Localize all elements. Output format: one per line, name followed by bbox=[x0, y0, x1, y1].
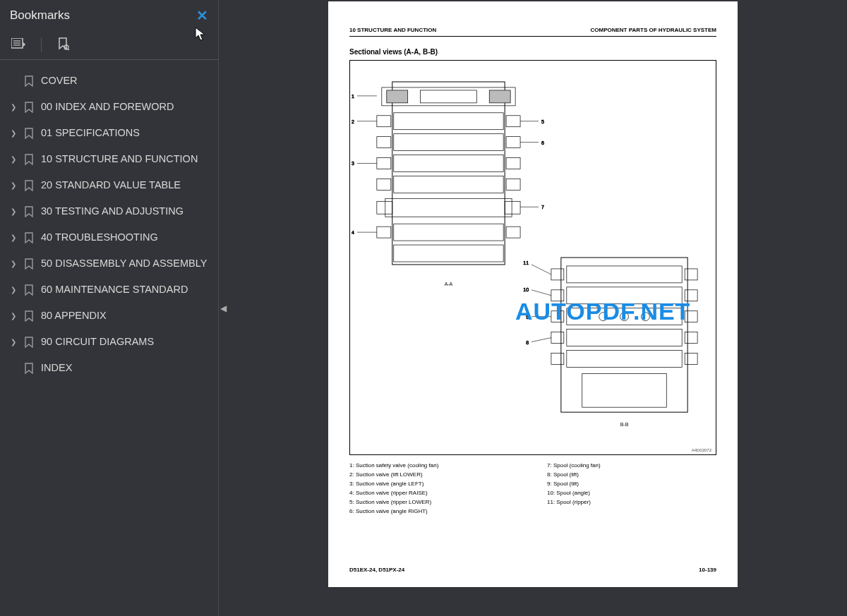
bookmarks-sidebar: Bookmarks ✕ ❯COVER❯00 INDEX AND FOREWORD… bbox=[0, 0, 219, 616]
chevron-right-icon[interactable]: ❯ bbox=[8, 100, 18, 111]
bookmark-item[interactable]: ❯80 APPENDIX bbox=[6, 303, 212, 330]
legend-entry: 2: Suction valve (lift LOWER) bbox=[349, 470, 519, 479]
bookmark-ribbon-icon bbox=[24, 231, 35, 246]
legend-entry: 1: Suction safety valve (cooling fan) bbox=[349, 461, 519, 470]
legend-entry: 3: Suction valve (angle LEFT) bbox=[349, 479, 519, 488]
page-header: 10 STRUCTURE AND FUNCTION COMPONENT PART… bbox=[349, 27, 716, 37]
bookmark-item[interactable]: ❯50 DISASSEMBLY AND ASSEMBLY bbox=[6, 251, 212, 277]
svg-rect-44 bbox=[551, 269, 564, 280]
close-icon[interactable]: ✕ bbox=[196, 7, 208, 24]
svg-rect-23 bbox=[506, 158, 520, 169]
bookmark-label: 30 TESTING AND ADJUSTING bbox=[41, 205, 210, 218]
view-a-a: 1 2 3 4 5 6 7 A-A bbox=[352, 82, 544, 286]
svg-rect-17 bbox=[394, 245, 503, 262]
svg-rect-21 bbox=[506, 137, 520, 148]
pdf-page: 10 STRUCTURE AND FUNCTION COMPONENT PART… bbox=[328, 1, 738, 587]
svg-rect-28 bbox=[377, 227, 391, 238]
page-footer: D51EX-24, D51PX-24 10-139 bbox=[349, 554, 716, 573]
chevron-right-icon[interactable]: ❯ bbox=[8, 335, 18, 346]
svg-rect-14 bbox=[394, 176, 503, 193]
bookmark-item[interactable]: ❯10 STRUCTURE AND FUNCTION bbox=[6, 147, 212, 173]
callout-7: 7 bbox=[541, 205, 544, 210]
chevron-right-icon[interactable]: ❯ bbox=[8, 231, 18, 241]
chevron-right-icon[interactable]: ❯ bbox=[8, 179, 18, 189]
bookmark-label: 90 CIRCUIT DIAGRAMS bbox=[41, 335, 210, 349]
sidebar-title: Bookmarks bbox=[10, 8, 70, 23]
bookmark-label: 50 DISASSEMBLY AND ASSEMBLY bbox=[41, 257, 210, 270]
svg-rect-8 bbox=[387, 90, 408, 103]
options-icon[interactable] bbox=[11, 37, 27, 52]
bookmark-ribbon-icon bbox=[24, 361, 35, 376]
svg-rect-51 bbox=[685, 332, 697, 344]
svg-rect-10 bbox=[421, 90, 477, 103]
bookmark-item[interactable]: ❯60 MAINTENANCE STANDARD bbox=[6, 277, 212, 303]
bookmark-label: COVER bbox=[41, 74, 210, 87]
svg-rect-24 bbox=[377, 179, 391, 190]
chevron-right-icon[interactable]: ❯ bbox=[8, 152, 18, 163]
chevron-right-icon[interactable]: ❯ bbox=[8, 205, 18, 215]
bookmark-label: 40 TROUBLESHOOTING bbox=[41, 231, 210, 244]
toolbar-divider bbox=[41, 37, 42, 52]
legend: 1: Suction safety valve (cooling fan)2: … bbox=[349, 461, 716, 516]
find-bookmark-icon[interactable] bbox=[56, 37, 71, 52]
chevron-right-icon[interactable]: ❯ bbox=[8, 309, 18, 320]
bookmark-label: 00 INDEX AND FOREWORD bbox=[41, 100, 210, 114]
svg-rect-27 bbox=[505, 201, 520, 214]
chevron-right-icon[interactable]: ❯ bbox=[8, 126, 18, 137]
bookmark-item[interactable]: ❯90 CIRCUIT DIAGRAMS bbox=[6, 330, 212, 356]
svg-rect-22 bbox=[377, 158, 391, 169]
callout-11: 11 bbox=[523, 260, 529, 265]
legend-entry: 10: Spool (angle) bbox=[547, 488, 716, 497]
bookmark-item[interactable]: ❯00 INDEX AND FOREWORD bbox=[6, 95, 212, 121]
bookmark-label: 80 APPENDIX bbox=[41, 309, 210, 322]
legend-entry: 9: Spool (tilt) bbox=[547, 479, 716, 488]
svg-rect-25 bbox=[506, 179, 520, 190]
bookmark-item[interactable]: ❯30 TESTING AND ADJUSTING bbox=[6, 199, 212, 225]
footer-page-number: 10-139 bbox=[699, 567, 716, 573]
svg-rect-37 bbox=[561, 258, 687, 412]
bookmark-ribbon-icon bbox=[24, 152, 35, 167]
svg-rect-50 bbox=[551, 332, 564, 344]
legend-entry: 5: Suction valve (ripper LOWER) bbox=[349, 497, 519, 507]
callout-10: 10 bbox=[523, 287, 529, 292]
bookmark-item[interactable]: ❯01 SPECIFICATIONS bbox=[6, 121, 212, 147]
legend-entry: 8: Spool (lift) bbox=[547, 470, 716, 479]
legend-entry: 11: Spool (ripper) bbox=[547, 497, 716, 507]
sectional-view-drawing: 1 2 3 4 5 6 7 A-A bbox=[350, 61, 716, 454]
bookmark-ribbon-icon bbox=[24, 74, 35, 89]
bookmark-item[interactable]: ❯COVER bbox=[6, 68, 212, 95]
callout-2: 2 bbox=[352, 119, 354, 124]
callout-6: 6 bbox=[541, 140, 544, 145]
svg-rect-26 bbox=[377, 201, 392, 214]
svg-rect-42 bbox=[567, 350, 682, 367]
bookmark-ribbon-icon bbox=[24, 335, 35, 350]
bookmark-item[interactable]: ❯20 STANDARD VALUE TABLE bbox=[6, 173, 212, 199]
svg-rect-11 bbox=[394, 113, 503, 130]
bookmark-item[interactable]: ❯INDEX bbox=[6, 356, 212, 382]
view-a-label: A-A bbox=[445, 282, 453, 286]
collapse-sidebar-handle[interactable]: ◀ bbox=[219, 296, 228, 320]
chevron-right-icon[interactable]: ❯ bbox=[8, 283, 18, 294]
bookmark-item[interactable]: ❯40 TROUBLESHOOTING bbox=[6, 225, 212, 251]
bookmark-label: INDEX bbox=[41, 361, 210, 375]
view-b-label: B-B bbox=[620, 422, 629, 427]
callout-4: 4 bbox=[352, 230, 354, 235]
footer-model: D51EX-24, D51PX-24 bbox=[349, 567, 404, 573]
page-header-left: 10 STRUCTURE AND FUNCTION bbox=[349, 27, 436, 33]
svg-rect-46 bbox=[551, 290, 564, 301]
bookmark-list: ❯COVER❯00 INDEX AND FOREWORD❯01 SPECIFIC… bbox=[0, 60, 218, 387]
svg-rect-43 bbox=[582, 373, 667, 407]
svg-rect-52 bbox=[551, 353, 564, 364]
figure-id: A4D02072 bbox=[692, 448, 711, 452]
svg-point-56 bbox=[641, 313, 649, 321]
svg-rect-48 bbox=[551, 311, 564, 322]
chevron-right-icon[interactable]: ❯ bbox=[8, 257, 18, 267]
page-header-right: COMPONENT PARTS OF HYDRAULIC SYSTEM bbox=[590, 27, 716, 33]
bookmark-ribbon-icon bbox=[24, 257, 35, 272]
callout-3: 3 bbox=[352, 162, 354, 167]
svg-line-60 bbox=[531, 338, 551, 342]
svg-rect-47 bbox=[685, 290, 697, 301]
bookmark-ribbon-icon bbox=[24, 100, 35, 115]
svg-rect-45 bbox=[685, 269, 697, 280]
svg-rect-39 bbox=[567, 287, 682, 304]
